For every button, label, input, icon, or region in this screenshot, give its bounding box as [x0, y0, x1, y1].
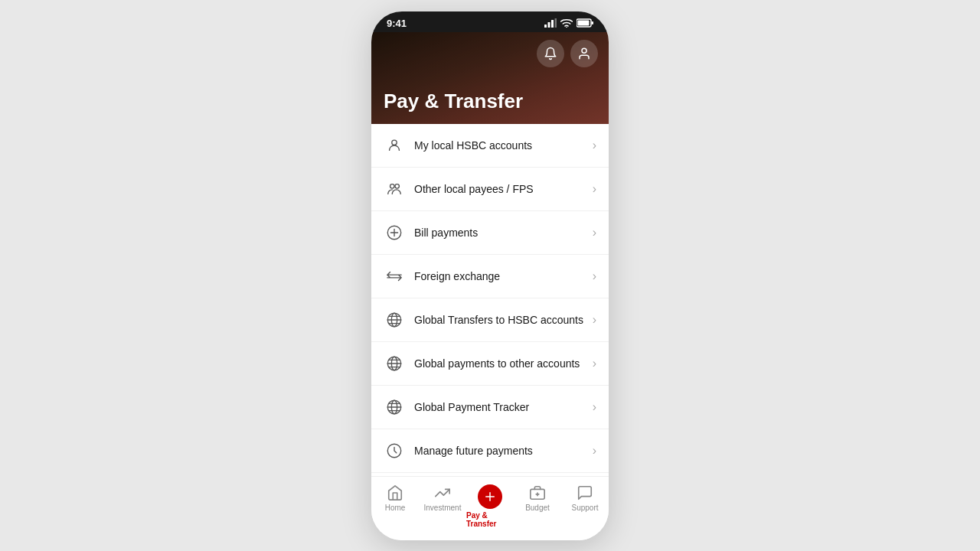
- bottom-nav: Home Investment Pay & Transfer: [371, 476, 609, 540]
- menu-item-foreign-exchange[interactable]: Foreign exchange ›: [371, 255, 609, 298]
- hero-buttons: [537, 40, 598, 67]
- local-payees-icon: [384, 178, 405, 200]
- menu-label-manage-future: Manage future payments: [414, 445, 593, 457]
- wifi-icon: [560, 18, 573, 28]
- nav-home[interactable]: Home: [371, 484, 419, 528]
- status-time: 9:41: [387, 18, 407, 29]
- svg-rect-2: [551, 20, 554, 28]
- arrow-local-payees: ›: [593, 182, 596, 196]
- profile-button[interactable]: [570, 40, 598, 67]
- menu-item-global-payments[interactable]: Global payments to other accounts ›: [371, 342, 609, 386]
- svg-point-8: [582, 48, 586, 53]
- home-icon: [387, 484, 403, 501]
- svg-rect-6: [592, 21, 594, 24]
- battery-icon: [577, 18, 593, 28]
- menu-label-local-hsbc: My local HSBC accounts: [414, 139, 593, 152]
- manage-future-icon: [384, 440, 405, 461]
- menu-label-global-payments: Global payments to other accounts: [414, 357, 593, 370]
- svg-point-4: [566, 27, 567, 28]
- arrow-manage-future: ›: [593, 444, 596, 458]
- nav-label-investment: Investment: [424, 504, 462, 512]
- menu-label-foreign-exchange: Foreign exchange: [414, 270, 593, 282]
- menu-item-bill-payments[interactable]: Bill payments ›: [371, 211, 609, 255]
- svg-rect-1: [548, 22, 550, 28]
- pay-transfer-icon: [483, 490, 497, 504]
- arrow-local-hsbc: ›: [593, 139, 596, 152]
- signal-icon: [544, 18, 557, 28]
- payment-tracker-icon: [384, 396, 405, 418]
- svg-rect-0: [544, 24, 547, 28]
- foreign-exchange-icon: [384, 266, 405, 287]
- svg-rect-7: [578, 21, 590, 26]
- nav-pay-transfer[interactable]: Pay & Transfer: [466, 484, 514, 528]
- notification-button[interactable]: [537, 40, 564, 67]
- arrow-payment-tracker: ›: [593, 400, 596, 414]
- menu-item-local-payees[interactable]: Other local payees / FPS ›: [371, 168, 609, 211]
- svg-point-10: [390, 184, 395, 188]
- arrow-bill-payments: ›: [593, 226, 596, 240]
- local-hsbc-icon: [384, 135, 405, 156]
- menu-item-payment-tracker[interactable]: Global Payment Tracker ›: [371, 386, 609, 429]
- nav-budget[interactable]: Budget: [514, 484, 561, 528]
- svg-point-11: [395, 184, 400, 188]
- user-icon: [577, 47, 591, 60]
- bell-icon: [544, 47, 557, 60]
- investment-icon: [434, 484, 451, 501]
- status-bar: 9:41: [371, 11, 609, 32]
- nav-label-budget: Budget: [525, 504, 550, 512]
- menu-label-global-transfers: Global Transfers to HSBC accounts: [414, 314, 593, 326]
- hero-section: Pay & Transfer: [371, 32, 609, 124]
- budget-icon: [529, 484, 546, 501]
- menu-list: My local HSBC accounts › Other local pay…: [371, 124, 609, 476]
- global-transfers-icon: [384, 309, 405, 331]
- svg-point-9: [392, 140, 397, 145]
- menu-scroll: My local HSBC accounts › Other local pay…: [371, 124, 609, 476]
- menu-item-global-transfers[interactable]: Global Transfers to HSBC accounts ›: [371, 298, 609, 342]
- arrow-foreign-exchange: ›: [593, 269, 596, 283]
- global-payments-icon: [384, 353, 405, 374]
- menu-item-manage-future[interactable]: Manage future payments ›: [371, 429, 609, 473]
- arrow-global-transfers: ›: [593, 313, 596, 327]
- menu-item-local-hsbc[interactable]: My local HSBC accounts ›: [371, 124, 609, 168]
- nav-label-support: Support: [571, 504, 598, 512]
- status-icons: [544, 18, 593, 28]
- arrow-global-payments: ›: [593, 357, 596, 370]
- support-icon: [577, 484, 593, 501]
- menu-label-payment-tracker: Global Payment Tracker: [414, 401, 593, 413]
- nav-support[interactable]: Support: [561, 484, 609, 528]
- hero-title: Pay & Transfer: [384, 90, 596, 113]
- nav-label-home: Home: [385, 504, 406, 512]
- menu-label-bill-payments: Bill payments: [414, 227, 593, 239]
- phone-frame: 9:41: [371, 11, 609, 540]
- menu-label-local-payees: Other local payees / FPS: [414, 183, 593, 195]
- pay-transfer-badge: [478, 484, 502, 509]
- svg-rect-3: [555, 18, 557, 28]
- nav-label-pay-transfer: Pay & Transfer: [466, 511, 514, 528]
- nav-investment[interactable]: Investment: [419, 484, 466, 528]
- bill-payments-icon: [384, 222, 405, 243]
